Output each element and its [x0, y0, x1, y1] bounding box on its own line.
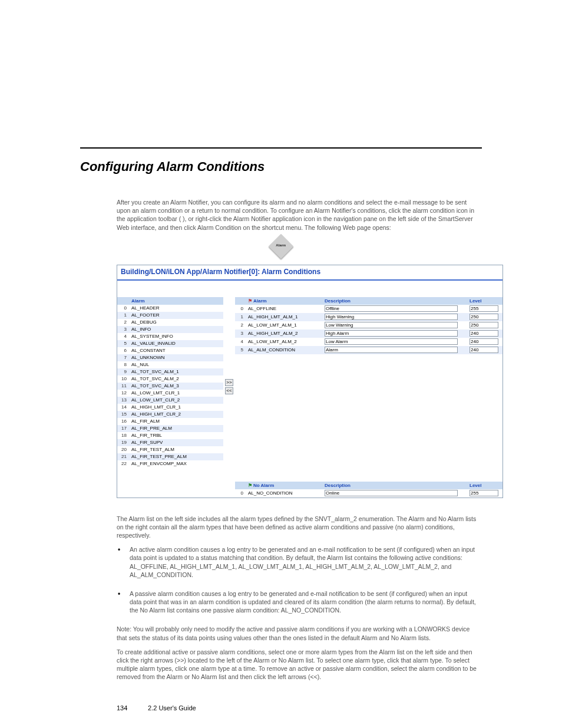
row-index: 5 [117, 340, 129, 347]
description-header: Description [322, 482, 467, 489]
panel-gap [117, 281, 503, 297]
no-alarm-header: ⚑No Alarm [246, 482, 322, 489]
description-input[interactable] [325, 330, 458, 337]
alarm-type-row[interactable]: 14AL_HIGH_LMT_CLR_1 [117, 404, 223, 411]
alarm-name: AL_NO_CONDITION [246, 489, 322, 498]
row-index: 4 [235, 338, 246, 346]
description-input[interactable] [325, 490, 458, 496]
row-index: 11 [117, 383, 129, 390]
no-alarm-table: ⚑No Alarm Description Level 0AL_NO_CONDI… [235, 482, 503, 498]
level-input[interactable] [470, 347, 498, 353]
alarm-type-name: AL_FIR_SUPV [129, 439, 223, 446]
description-input[interactable] [325, 347, 458, 353]
row-index: 9 [117, 368, 129, 375]
description-input[interactable] [325, 322, 458, 328]
alarm-type-row[interactable]: 21AL_FIR_TEST_PRE_ALM [117, 453, 223, 460]
diamond-label: Alarm [276, 243, 286, 247]
alarm-type-row[interactable]: 4AL_SYSTEM_INFO [117, 333, 223, 340]
row-index: 12 [117, 390, 129, 397]
active-alarm-table: ⚑Alarm Description Level 0AL_OFFLINE1AL_… [235, 297, 503, 354]
description-input[interactable] [325, 305, 458, 312]
row-index: 1 [235, 313, 246, 321]
alarm-type-name: AL_TOT_SVC_ALM_1 [129, 368, 223, 375]
alarm-type-row[interactable]: 10AL_TOT_SVC_ALM_2 [117, 375, 223, 383]
alarm-type-row[interactable]: 0AL_HEADER [117, 305, 223, 312]
post-screenshot-paragraph: The Alarm list on the left side includes… [117, 515, 480, 540]
row-index: 20 [117, 446, 129, 453]
alarm-type-name: AL_HIGH_LMT_CLR_2 [129, 411, 223, 418]
alarm-condition-icon: Alarm [0, 238, 562, 258]
page-number: 134 [117, 704, 146, 711]
move-left-button[interactable]: << [225, 387, 233, 394]
alarm-type-name: AL_FIR_TRBL [129, 432, 223, 439]
active-alarm-row[interactable]: 0AL_OFFLINE [235, 305, 503, 313]
level-input[interactable] [470, 305, 498, 312]
alarm-type-header: Alarm [129, 297, 223, 305]
alarm-type-row[interactable]: 9AL_TOT_SVC_ALM_1 [117, 368, 223, 375]
alarm-type-row[interactable]: 6AL_CONSTANT [117, 347, 223, 354]
flag-icon: ⚑ [248, 483, 252, 488]
alarm-type-row[interactable]: 12AL_LOW_LMT_CLR_1 [117, 390, 223, 397]
row-index: 2 [235, 321, 246, 330]
alarm-name: AL_OFFLINE [246, 305, 322, 313]
alarm-type-row[interactable]: 5AL_VALUE_INVALID [117, 340, 223, 347]
alarm-type-name: AL_FIR_ALM [129, 418, 223, 425]
active-alarm-row[interactable]: 1AL_HIGH_LMT_ALM_1 [235, 313, 503, 321]
alarm-type-row[interactable]: 13AL_LOW_LMT_CLR_2 [117, 397, 223, 404]
panel-title: Building/LON/iLON App/Alarm Notifier[0]:… [117, 265, 503, 281]
alarm-type-row[interactable]: 19AL_FIR_SUPV [117, 439, 223, 446]
alarm-name: AL_LOW_LMT_ALM_1 [246, 321, 322, 330]
row-index: 6 [117, 347, 129, 354]
description-input[interactable] [325, 338, 458, 345]
description-header: Description [322, 297, 467, 305]
document-page: Configuring Alarm Conditions After you c… [0, 0, 562, 728]
gap [235, 354, 503, 482]
alarm-type-name: AL_INFO [129, 326, 223, 333]
move-right-button[interactable]: >> [225, 379, 233, 386]
intro-paragraph: After you create an Alarm Notifier, you … [117, 198, 480, 232]
alarm-type-row[interactable]: 8AL_NUL [117, 361, 223, 368]
alarm-type-name: AL_FIR_TEST_PRE_ALM [129, 453, 223, 460]
diamond-icon: Alarm [269, 233, 293, 258]
row-index: 0 [235, 305, 246, 313]
alarm-type-list: Alarm 0AL_HEADER1AL_FOOTER2AL_DEBUG3AL_I… [117, 297, 223, 498]
alarm-type-row[interactable]: 11AL_TOT_SVC_ALM_3 [117, 383, 223, 390]
row-index: 16 [117, 418, 129, 425]
alarm-type-name: AL_LOW_LMT_CLR_2 [129, 397, 223, 404]
level-input[interactable] [470, 314, 498, 320]
alarm-type-row[interactable]: 7AL_UNKNOWN [117, 354, 223, 361]
level-input[interactable] [470, 330, 498, 337]
row-index: 1 [117, 312, 129, 319]
alarm-type-row[interactable]: 20AL_FIR_TEST_ALM [117, 446, 223, 453]
alarm-type-row[interactable]: 22AL_FIR_ENVCOMP_MAX [117, 460, 223, 467]
no-alarm-row[interactable]: 0AL_NO_CONDITION [235, 489, 503, 498]
alarm-type-name: AL_TOT_SVC_ALM_2 [129, 375, 223, 383]
alarm-type-name: AL_HEADER [129, 305, 223, 312]
level-input[interactable] [470, 338, 498, 345]
active-alarm-row[interactable]: 5AL_ALM_CONDITION [235, 346, 503, 354]
active-alarm-row[interactable]: 2AL_LOW_LMT_ALM_1 [235, 321, 503, 330]
alarm-type-name: AL_FOOTER [129, 312, 223, 319]
active-alarm-row[interactable]: 3AL_HIGH_LMT_ALM_2 [235, 330, 503, 338]
description-input[interactable] [325, 314, 458, 320]
alarm-type-row[interactable]: 18AL_FIR_TRBL [117, 432, 223, 439]
active-alarm-row[interactable]: 4AL_LOW_LMT_ALM_2 [235, 338, 503, 346]
alarm-type-row[interactable]: 3AL_INFO [117, 326, 223, 333]
alarm-type-row[interactable]: 17AL_FIR_PRE_ALM [117, 425, 223, 432]
alarm-type-row[interactable]: 1AL_FOOTER [117, 312, 223, 319]
alarm-type-name: AL_FIR_ENVCOMP_MAX [129, 460, 223, 467]
row-index: 15 [117, 411, 129, 418]
row-index: 17 [117, 425, 129, 432]
row-index: 5 [235, 346, 246, 354]
alarm-type-row[interactable]: 16AL_FIR_ALM [117, 418, 223, 425]
level-input[interactable] [470, 322, 498, 328]
flag-icon: ⚑ [248, 298, 252, 304]
alarm-type-name: AL_HIGH_LMT_CLR_1 [129, 404, 223, 411]
alarm-type-row[interactable]: 15AL_HIGH_LMT_CLR_2 [117, 411, 223, 418]
row-index: 3 [235, 330, 246, 338]
row-index: 10 [117, 375, 129, 383]
alarm-type-row[interactable]: 2AL_DEBUG [117, 319, 223, 326]
bullet-passive: A passive alarm condition causes a log e… [130, 589, 480, 615]
row-index: 3 [117, 326, 129, 333]
level-input[interactable] [470, 490, 498, 496]
